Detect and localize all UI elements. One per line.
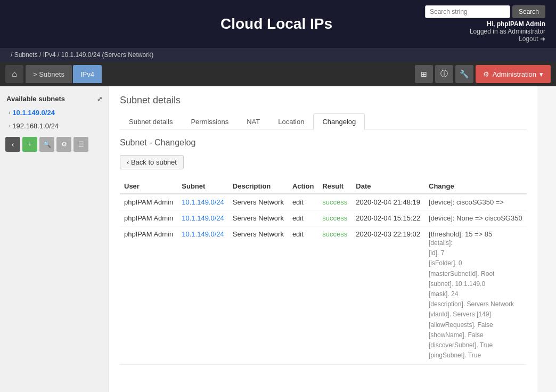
user-role: Logged in as Administrator	[470, 28, 545, 35]
change-details: [details]: [id]. 7 [isFolder]. 0 [master…	[429, 238, 522, 361]
cell-desc-1: Servers Network	[228, 194, 288, 210]
sidebar-item-subnet1[interactable]: › 10.1.149.0/24	[0, 106, 109, 119]
table-row: phpIPAM Admin 10.1.149.0/24 Servers Netw…	[120, 210, 527, 226]
cell-change-2: [device]: None => ciscoSG350	[424, 210, 527, 226]
top-bar: Cloud Local IPs Search Hi, phpIPAM Admin…	[0, 0, 556, 48]
cell-result-2: success	[318, 210, 351, 226]
admin-label: Administration	[493, 70, 536, 78]
search-button[interactable]: Search	[512, 5, 545, 18]
sidebar-title: Available subnets	[6, 95, 65, 103]
search-input[interactable]	[425, 5, 510, 18]
cell-action-1: edit	[288, 194, 318, 210]
subnet-link-2[interactable]: 10.1.149.0/24	[182, 214, 224, 222]
sidebar-back-button[interactable]: ‹	[5, 137, 20, 152]
detail-mastersubnetid: [masterSubnetId]. Root	[429, 269, 522, 279]
detail-isfolder: [isFolder]. 0	[429, 258, 522, 268]
subnet-arrow-1: ›	[9, 110, 10, 116]
subnet-arrow-2: ›	[9, 123, 10, 129]
content: Subnet details Subnet details Permission…	[109, 86, 537, 392]
detail-mask: [mask]. 24	[429, 289, 522, 299]
tab-subnet-details[interactable]: Subnet details	[120, 113, 182, 129]
cell-change-1: [device]: ciscoSG350 =>	[424, 194, 527, 210]
cell-result-3: success	[318, 226, 351, 365]
logout-icon: ➜	[540, 35, 545, 43]
sidebar: Available subnets ⤢ › 10.1.149.0/24 › 19…	[0, 86, 109, 392]
section-title: Subnet - Changelog	[120, 138, 527, 148]
sidebar-search-button[interactable]: 🔍	[39, 137, 54, 152]
nav-icons: ⊞ ⓘ 🔧 ⚙ Administration ▾	[415, 65, 551, 83]
cell-date-1: 2020-02-04 21:48:19	[351, 194, 424, 210]
administration-button[interactable]: ⚙ Administration ▾	[476, 65, 551, 83]
sidebar-subnet1-label: 10.1.149.0/24	[12, 109, 55, 117]
cell-subnet-2[interactable]: 10.1.149.0/24	[177, 210, 228, 226]
detail-id: [id]. 7	[429, 248, 522, 258]
nav-bar: ⌂ > Subnets IPv4 ⊞ ⓘ 🔧 ⚙ Administration …	[0, 62, 556, 86]
cell-change-3: [threshold]: 15 => 85 [details]: [id]. 7…	[424, 226, 527, 365]
table-header-row: User Subnet Description Action Result Da…	[120, 179, 527, 194]
cell-action-3: edit	[288, 226, 318, 365]
cell-user-3: phpIPAM Admin	[120, 226, 177, 365]
top-right: Search Hi, phpIPAM Admin Logged in as Ad…	[425, 5, 545, 43]
sidebar-header: Available subnets ⤢	[0, 92, 109, 106]
tab-location[interactable]: Location	[269, 113, 313, 129]
home-button[interactable]: ⌂	[5, 65, 23, 83]
sidebar-actions: ‹ + 🔍 ⚙ ☰	[0, 133, 109, 156]
page-title: Subnet details	[120, 95, 527, 106]
detail-subnet: [subnet]. 10.1.149.0	[429, 279, 522, 289]
cell-desc-3: Servers Network	[228, 226, 288, 365]
expand-icon[interactable]: ⤢	[97, 95, 102, 103]
detail-vlanid: [vlanId]. Servers [149]	[429, 309, 522, 320]
detail-showname: [showName]. False	[429, 330, 522, 340]
subnet-link-3[interactable]: 10.1.149.0/24	[182, 230, 224, 238]
back-to-subnet-button[interactable]: ‹ Back to subnet	[120, 155, 184, 169]
col-description: Description	[228, 179, 288, 194]
logout-button[interactable]: Logout	[519, 35, 538, 43]
user-greeting: Hi, phpIPAM Admin	[487, 20, 545, 28]
detail-discoversubnet: [discoverSubnet]. True	[429, 340, 522, 350]
search-area: Search	[425, 5, 545, 18]
cell-subnet-3[interactable]: 10.1.149.0/24	[177, 226, 228, 365]
cell-subnet-1[interactable]: 10.1.149.0/24	[177, 194, 228, 210]
breadcrumb-text: / Subnets / IPv4 / 10.1.149.0/24 (Server…	[11, 51, 153, 59]
site-title: Cloud Local IPs	[128, 15, 425, 32]
tabs: Subnet details Permissions NAT Location …	[120, 113, 527, 129]
chevron-down-icon: ▾	[539, 70, 543, 78]
grid-icon-button[interactable]: ⊞	[415, 65, 433, 83]
nav-tab-ipv4[interactable]: IPv4	[73, 65, 102, 83]
cell-date-3: 2020-02-03 22:19:02	[351, 226, 424, 365]
col-date: Date	[351, 179, 424, 194]
sidebar-add-button[interactable]: +	[22, 137, 37, 152]
info-icon-button[interactable]: ⓘ	[435, 65, 453, 83]
cell-desc-2: Servers Network	[228, 210, 288, 226]
changelog-table: User Subnet Description Action Result Da…	[120, 179, 527, 365]
nav-tab-subnets[interactable]: > Subnets	[26, 65, 72, 83]
col-subnet: Subnet	[177, 179, 228, 194]
detail-pingsubnet: [pingSubnet]. True	[429, 350, 522, 361]
table-row: phpIPAM Admin 10.1.149.0/24 Servers Netw…	[120, 194, 527, 210]
user-info: Hi, phpIPAM Admin Logged in as Administr…	[470, 20, 545, 43]
breadcrumb: / Subnets / IPv4 / 10.1.149.0/24 (Server…	[0, 48, 556, 62]
tab-nat[interactable]: NAT	[238, 113, 269, 129]
cell-user-2: phpIPAM Admin	[120, 210, 177, 226]
sidebar-settings-button[interactable]: ⚙	[56, 137, 71, 152]
col-user: User	[120, 179, 177, 194]
detail-allowrequests: [allowRequests]. False	[429, 320, 522, 330]
sidebar-item-subnet2[interactable]: › 192.168.1.0/24	[0, 119, 109, 133]
sidebar-list-button[interactable]: ☰	[73, 137, 88, 152]
gear-icon: ⚙	[483, 70, 489, 78]
tab-changelog[interactable]: Changelog	[313, 113, 365, 129]
cell-date-2: 2020-02-04 15:15:22	[351, 210, 424, 226]
sidebar-subnet2-label: 192.168.1.0/24	[12, 122, 59, 130]
cell-user-1: phpIPAM Admin	[120, 194, 177, 210]
col-result: Result	[318, 179, 351, 194]
table-row: phpIPAM Admin 10.1.149.0/24 Servers Netw…	[120, 226, 527, 365]
tools-icon-button[interactable]: 🔧	[455, 65, 473, 83]
change-threshold: [threshold]: 15 => 85	[429, 230, 492, 238]
cell-action-2: edit	[288, 210, 318, 226]
col-action: Action	[288, 179, 318, 194]
cell-result-1: success	[318, 194, 351, 210]
subnet-link-1[interactable]: 10.1.149.0/24	[182, 198, 224, 206]
tab-permissions[interactable]: Permissions	[182, 113, 238, 129]
col-change: Change	[424, 179, 527, 194]
detail-description: [description]. Servers Network	[429, 299, 522, 309]
